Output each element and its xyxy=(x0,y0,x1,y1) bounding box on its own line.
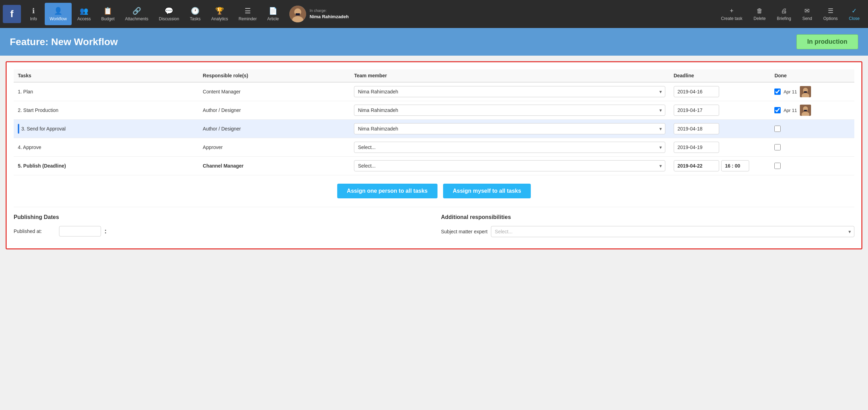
main-content: Tasks Responsible role(s) Team member De… xyxy=(6,61,862,249)
subject-matter-select[interactable]: Select... xyxy=(491,226,854,237)
team-member-select[interactable]: Nima Rahimzadeh xyxy=(354,123,665,134)
assign-myself-button[interactable]: Assign myself to all tasks xyxy=(443,184,531,198)
additional-responsibilities-section: Additional responsibilities Subject matt… xyxy=(441,214,854,241)
done-cell xyxy=(774,163,850,169)
publishing-dates-title: Publishing Dates xyxy=(14,214,427,220)
done-checkbox[interactable] xyxy=(774,163,781,169)
team-member-select[interactable]: Select... xyxy=(354,142,665,153)
nav-item-budget[interactable]: 📋 Budget xyxy=(96,3,120,25)
table-row: 4. ApproveApproverSelect... xyxy=(14,138,854,157)
done-checkbox[interactable] xyxy=(774,89,781,95)
task-name: 1. Plan xyxy=(18,89,33,94)
time-colon-separator: : xyxy=(104,228,107,235)
table-row: 5. Publish (Deadline)Channel ManagerSele… xyxy=(14,157,854,175)
subject-matter-label: Subject matter expert xyxy=(441,229,487,234)
deadline-input[interactable] xyxy=(674,160,719,171)
svg-rect-11 xyxy=(804,110,807,111)
nav-item-article[interactable]: 📄 Article xyxy=(262,3,284,25)
col-header-deadline: Deadline xyxy=(670,69,771,82)
deadline-input[interactable] xyxy=(674,123,719,134)
person-details: In charge: Nima Rahimzadeh xyxy=(310,8,349,20)
delete-button[interactable]: 🗑 Delete xyxy=(748,3,772,25)
done-date: Apr 11 xyxy=(783,89,797,94)
team-select-wrapper: Nima Rahimzadeh xyxy=(354,86,665,97)
task-name: 2. Start Production xyxy=(18,107,58,113)
discussion-icon: 💬 xyxy=(165,7,173,15)
task-table: Tasks Responsible role(s) Team member De… xyxy=(14,69,854,175)
subject-matter-select-wrapper: Select... xyxy=(491,226,854,237)
task-name: 4. Approve xyxy=(18,144,41,150)
header-bar: Feature: New Workflow In production xyxy=(0,28,868,56)
delete-icon: 🗑 xyxy=(757,7,763,15)
done-cell: Apr 11 xyxy=(774,105,850,116)
analytics-icon: 🏆 xyxy=(215,7,224,15)
done-avatar xyxy=(800,105,811,116)
nav-item-reminder[interactable]: ☰ Reminder xyxy=(234,3,262,25)
task-name: 3. Send for Approval xyxy=(21,126,66,132)
briefing-icon: 🖨 xyxy=(781,7,787,15)
done-checkbox[interactable] xyxy=(774,107,781,113)
published-at-label: Published at: xyxy=(14,228,56,234)
subject-matter-row: Subject matter expert Select... xyxy=(441,226,854,237)
deadline-input[interactable] xyxy=(674,105,719,116)
send-button[interactable]: ✉ Send xyxy=(797,3,818,25)
nav-item-info[interactable]: ℹ Info xyxy=(23,3,44,25)
nav-item-discussion[interactable]: 💬 Discussion xyxy=(154,3,184,25)
nav-actions: + Create task 🗑 Delete 🖨 Briefing ✉ Send… xyxy=(715,3,865,25)
info-icon: ℹ xyxy=(32,7,35,15)
create-task-button[interactable]: + Create task xyxy=(715,3,748,25)
done-checkbox[interactable] xyxy=(774,144,781,150)
page-title: Feature: New Workflow xyxy=(10,36,118,48)
assign-one-button[interactable]: Assign one person to all tasks xyxy=(337,184,437,198)
nav-item-workflow[interactable]: 👤 Workflow xyxy=(45,3,72,25)
person-info[interactable]: In charge: Nima Rahimzadeh xyxy=(284,3,354,24)
col-header-done: Done xyxy=(770,69,854,82)
svg-rect-7 xyxy=(804,91,807,93)
options-button[interactable]: ☰ Options xyxy=(818,3,843,25)
close-button[interactable]: ✓ Close xyxy=(843,3,865,25)
published-at-row: Published at: : xyxy=(14,226,427,236)
col-header-tasks: Tasks xyxy=(14,69,198,82)
table-row: 3. Send for ApprovalAuthor / DesignerNim… xyxy=(14,120,854,138)
avatar xyxy=(289,6,306,22)
deadline-input[interactable] xyxy=(674,142,719,153)
options-icon: ☰ xyxy=(828,7,833,15)
table-row: 1. PlanContent ManagerNima RahimzadehApr… xyxy=(14,82,854,101)
nav-item-access[interactable]: 👥 Access xyxy=(72,3,96,25)
deadline-input[interactable] xyxy=(674,86,719,97)
send-icon: ✉ xyxy=(804,7,810,15)
team-select-wrapper: Nima Rahimzadeh xyxy=(354,123,665,134)
bottom-sections: Publishing Dates Published at: : Additio… xyxy=(14,207,854,241)
team-select-wrapper: Nima Rahimzadeh xyxy=(354,105,665,116)
nav-item-tasks[interactable]: 🕐 Tasks xyxy=(185,3,206,25)
navbar: f ℹ Info 👤 Workflow 👥 Access 📋 Budget 🔗 … xyxy=(0,0,868,28)
action-buttons: Assign one person to all tasks Assign my… xyxy=(14,184,854,198)
row-indicator-bar xyxy=(18,124,19,134)
team-member-select[interactable]: Nima Rahimzadeh xyxy=(354,105,665,116)
role-text: Channel Manager xyxy=(203,163,244,169)
done-checkbox[interactable] xyxy=(774,126,781,132)
role-text: Author / Designer xyxy=(203,126,241,132)
task-name: 5. Publish (Deadline) xyxy=(18,163,66,169)
workflow-icon: 👤 xyxy=(54,7,63,15)
done-avatar xyxy=(800,86,811,97)
app-logo[interactable]: f xyxy=(3,5,21,23)
close-icon: ✓ xyxy=(852,7,857,15)
time-input[interactable] xyxy=(721,160,749,171)
nav-item-analytics[interactable]: 🏆 Analytics xyxy=(207,3,233,25)
done-cell: Apr 11 xyxy=(774,86,850,97)
attachments-icon: 🔗 xyxy=(132,7,141,15)
briefing-button[interactable]: 🖨 Briefing xyxy=(771,3,797,25)
nav-item-attachments[interactable]: 🔗 Attachments xyxy=(120,3,153,25)
article-icon: 📄 xyxy=(269,7,277,15)
team-member-select[interactable]: Nima Rahimzadeh xyxy=(354,86,665,97)
role-text: Content Manager xyxy=(203,89,240,94)
role-text: Approver xyxy=(203,144,223,150)
publishing-dates-section: Publishing Dates Published at: : xyxy=(14,214,427,241)
budget-icon: 📋 xyxy=(103,7,112,15)
additional-responsibilities-title: Additional responsibilities xyxy=(441,214,854,220)
svg-rect-3 xyxy=(296,13,300,15)
tasks-icon: 🕐 xyxy=(191,7,200,15)
team-member-select[interactable]: Select... xyxy=(354,160,665,171)
published-at-date-input[interactable] xyxy=(59,226,101,236)
